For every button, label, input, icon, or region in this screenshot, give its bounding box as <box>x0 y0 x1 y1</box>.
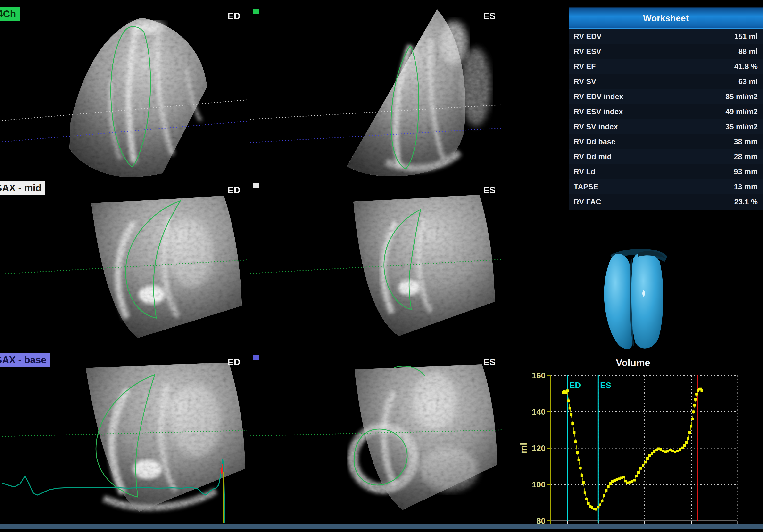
rv-3d-model[interactable] <box>587 242 684 354</box>
phase-label-es: ES <box>484 11 496 21</box>
volume-curve-point <box>669 449 672 452</box>
frame-corner-icon <box>250 327 272 350</box>
frame-corner-icon <box>226 327 247 350</box>
view-label-4ch: 4Ch <box>0 7 20 21</box>
ultrasound-image-saxmid-ed <box>2 181 247 350</box>
worksheet-row: RV Dd mid28 mm <box>569 149 763 164</box>
marker-label: ED <box>569 381 581 390</box>
volume-curve-point <box>664 451 667 453</box>
volume-curve-point <box>581 474 583 477</box>
specular-highlight <box>642 290 645 297</box>
measurement-value: 13 mm <box>734 183 758 191</box>
measurement-value: 38 mm <box>734 137 758 146</box>
worksheet-row: RV ESV88 ml <box>569 44 763 59</box>
worksheet-row: RV EDV index85 ml/m2 <box>569 89 763 104</box>
volume-curve-point <box>690 425 692 428</box>
measurement-label: RV EDV index <box>574 92 623 101</box>
phase-label-ed: ED <box>228 11 241 21</box>
y-axis-label: ml <box>519 443 529 453</box>
measurement-label: RV Ld <box>574 168 595 176</box>
worksheet-row: TAPSE13 mm <box>569 179 763 195</box>
worksheet-row: RV ESV index49 ml/m2 <box>569 104 763 119</box>
volume-curve-point <box>600 499 603 502</box>
y-tick-label: 160 <box>532 371 546 380</box>
frame-corner-icon <box>2 156 24 179</box>
volume-curve-point <box>689 431 691 434</box>
measurement-label: TAPSE <box>574 183 598 191</box>
volume-curve-point <box>585 498 588 500</box>
volume-curve-point <box>582 481 585 484</box>
volume-curve-point <box>571 422 574 425</box>
volume-curve-point <box>567 399 570 402</box>
marker-label: ES <box>600 381 611 390</box>
measurement-value: 85 ml/m2 <box>725 92 758 101</box>
volume-curve-point <box>570 413 573 416</box>
volume-curve-point <box>694 398 697 400</box>
volume-curve-point <box>578 459 580 461</box>
measurement-label: RV SV <box>574 77 596 86</box>
echo-panel-saxmid-ed[interactable]: ED <box>2 181 247 350</box>
worksheet-row: RV Dd base38 mm <box>569 134 763 149</box>
worksheet-panel: Worksheet RV EDV151 ml RV ESV88 ml RV EF… <box>569 7 763 210</box>
volume-curve-point <box>685 441 688 444</box>
echo-panel-4ch-es[interactable]: ES <box>250 7 502 179</box>
frame-corner-icon <box>250 156 272 179</box>
phase-label-ed: ED <box>228 357 241 367</box>
ecg-r-wave-marker <box>222 464 223 474</box>
ultrasound-image-saxbase-es <box>250 353 502 523</box>
frame-corner-icon <box>226 500 247 523</box>
frame-corner-icon <box>2 327 24 350</box>
worksheet-row: RV FAC23.1 % <box>569 195 763 210</box>
worksheet-header[interactable]: Worksheet <box>569 7 763 29</box>
volume-curve-point <box>576 451 579 454</box>
phase-label-es: ES <box>484 357 496 367</box>
volume-curve-point <box>575 440 577 443</box>
measurement-label: RV EDV <box>574 32 601 41</box>
measurement-value: 93 mm <box>734 168 758 176</box>
app-screen: ED ES <box>0 0 763 532</box>
measurement-label: RV FAC <box>574 198 601 206</box>
worksheet-row: RV EDV151 ml <box>569 29 763 44</box>
volume-curve-point <box>701 389 703 392</box>
echo-panel-saxmid-es[interactable]: ES <box>250 181 502 350</box>
volume-curve-point <box>674 451 676 453</box>
volume-curve-point <box>681 447 684 449</box>
worksheet-title: Worksheet <box>643 13 689 24</box>
worksheet-row: RV EF41.8 % <box>569 59 763 74</box>
volume-curve-point <box>605 489 607 492</box>
volume-curve-point <box>603 494 605 497</box>
phase-label-ed: ED <box>228 185 241 196</box>
y-tick-label: 100 <box>532 480 546 489</box>
echo-panel-4ch-ed[interactable]: ED <box>2 7 247 179</box>
volume-chart[interactable]: 80100120140160EDESVolumeml <box>519 353 763 532</box>
measurement-value: 49 ml/m2 <box>725 107 758 116</box>
measurement-label: RV ESV <box>574 47 601 56</box>
echo-panel-saxbase-es[interactable]: ES <box>250 353 502 523</box>
measurement-label: RV SV index <box>574 123 618 131</box>
volume-curve-point <box>584 491 586 494</box>
measurement-value: 151 ml <box>734 32 758 41</box>
ultrasound-image-saxmid-es <box>250 181 502 350</box>
volume-curve-point <box>566 390 569 392</box>
frame-corner-icon <box>481 327 502 350</box>
echo-panel-saxbase-ed[interactable]: ED <box>2 353 247 523</box>
chart-title: Volume <box>616 357 650 368</box>
window-bottom-strip <box>0 524 763 529</box>
volume-curve-point <box>633 479 636 482</box>
rv-3d-model-left-lobe <box>604 254 633 349</box>
volume-curve-point <box>687 437 690 440</box>
volume-curve-point <box>573 431 575 434</box>
frame-corner-icon <box>250 500 272 523</box>
active-frame-indicator <box>253 9 259 14</box>
worksheet-row: RV Ld93 mm <box>569 164 763 179</box>
volume-curve-point <box>579 467 582 470</box>
volume-curve-point <box>693 404 696 407</box>
volume-curve-point <box>644 461 646 463</box>
worksheet-row: RV SV63 ml <box>569 74 763 89</box>
volume-curve-point <box>569 407 571 409</box>
volume-curve-point <box>666 450 669 453</box>
volume-curve-point <box>671 450 674 453</box>
frame-corner-icon <box>2 500 24 523</box>
volume-curve-point <box>695 393 698 396</box>
volume-curve-point <box>679 448 681 451</box>
